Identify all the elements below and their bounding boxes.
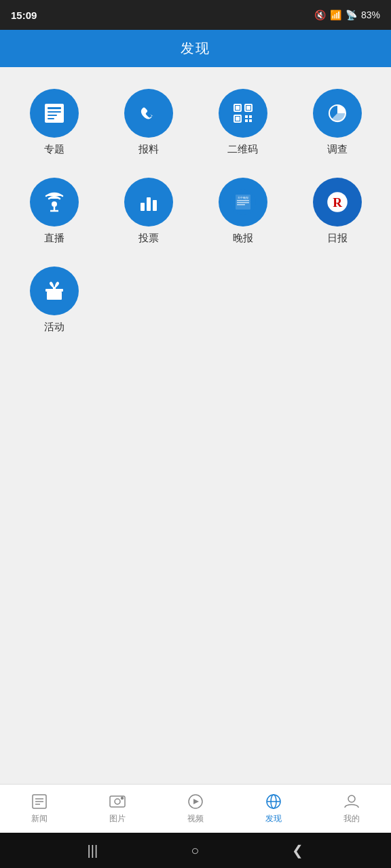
recent-apps-button[interactable]: ||| <box>88 843 98 859</box>
mute-icon: 🔇 <box>314 9 326 20</box>
phone-icon <box>136 100 162 126</box>
battery-icon: 83% <box>361 9 380 20</box>
svg-rect-13 <box>245 119 248 122</box>
grid-item-zhuanti[interactable]: 专题 <box>7 81 101 170</box>
svg-rect-12 <box>249 115 252 118</box>
pie-icon <box>324 100 350 126</box>
ribao-svg: R <box>324 189 350 215</box>
svg-point-46 <box>348 795 355 802</box>
svg-text:天中晚报: 天中晚报 <box>238 196 248 199</box>
grid-item-baoliao[interactable]: 报料 <box>101 81 196 170</box>
newspaper-icon <box>41 100 67 126</box>
ribao-icon-circle: R <box>313 178 362 226</box>
wifi-icon: 📶 <box>330 9 341 20</box>
svg-rect-11 <box>245 115 248 118</box>
svg-rect-6 <box>236 106 240 110</box>
video-nav-icon <box>187 793 204 810</box>
nav-item-discover[interactable]: 发现 <box>235 785 313 833</box>
zhuanti-icon-circle <box>30 89 79 138</box>
svg-rect-14 <box>249 119 252 122</box>
status-time: 15:09 <box>11 9 37 21</box>
news-nav-icon <box>31 793 48 810</box>
svg-point-39 <box>115 799 120 804</box>
zhibao-label: 直播 <box>44 232 64 245</box>
svg-rect-19 <box>141 203 145 211</box>
grid-item-diaocha[interactable]: 调查 <box>290 81 384 170</box>
gift-icon <box>41 278 67 304</box>
photo-nav-icon <box>109 793 126 810</box>
status-icons: 🔇 📶 📡 83% <box>314 9 380 20</box>
svg-text:R: R <box>333 195 342 210</box>
grid-item-qrcode[interactable]: 二维码 <box>196 81 290 170</box>
svg-marker-42 <box>193 799 199 804</box>
svg-rect-1 <box>48 107 61 109</box>
nav-item-video[interactable]: 视频 <box>156 785 234 833</box>
app-header: 发现 <box>0 30 391 67</box>
svg-rect-4 <box>48 118 54 119</box>
qrcode-label: 二维码 <box>227 143 258 156</box>
bottom-nav: 新闻 图片 视频 发现 我的 <box>0 784 391 833</box>
signal-icon: 📡 <box>346 9 357 20</box>
baoliao-icon-circle <box>124 89 173 138</box>
qrcode-icon <box>230 100 256 126</box>
qrcode-icon-circle <box>219 89 267 138</box>
system-nav-bar: ||| ○ ❮ <box>0 833 391 868</box>
wanbao-label: 晚报 <box>233 232 253 245</box>
news-nav-label: 新闻 <box>31 813 48 825</box>
huodong-icon-circle <box>30 267 79 315</box>
user-nav-icon <box>343 793 360 810</box>
zhuanti-label: 专题 <box>44 143 64 156</box>
mine-nav-label: 我的 <box>343 813 360 825</box>
svg-rect-26 <box>237 202 249 203</box>
svg-rect-2 <box>48 111 61 113</box>
svg-rect-21 <box>153 200 157 211</box>
nav-item-news[interactable]: 新闻 <box>0 785 78 833</box>
grid-item-toupiao[interactable]: 投票 <box>101 170 196 258</box>
svg-rect-25 <box>237 200 249 201</box>
baoliao-label: 报料 <box>138 143 159 156</box>
back-button[interactable]: ❮ <box>292 842 303 859</box>
nav-item-mine[interactable]: 我的 <box>313 785 391 833</box>
svg-rect-27 <box>237 204 245 205</box>
ribao-label: 日报 <box>327 232 348 245</box>
wanbao-svg: 天中晚报 <box>230 189 256 215</box>
photo-nav-label: 图片 <box>109 813 126 825</box>
svg-point-40 <box>121 797 123 800</box>
discover-nav-icon <box>265 793 282 810</box>
header-title: 发现 <box>181 41 210 56</box>
video-nav-label: 视频 <box>187 813 204 825</box>
barchart-icon <box>136 189 162 215</box>
toupiao-label: 投票 <box>138 232 159 245</box>
zhibao-icon-circle <box>30 178 79 226</box>
huodong-label: 活动 <box>44 321 64 334</box>
broadcast-icon <box>41 189 67 215</box>
wanbao-icon-circle: 天中晚报 <box>219 178 267 226</box>
grid-item-huodong[interactable]: 活动 <box>7 258 101 347</box>
svg-rect-33 <box>53 287 56 300</box>
home-button[interactable]: ○ <box>191 843 199 859</box>
wanbao-inner: 天中晚报 <box>230 189 256 215</box>
grid-item-zhibao[interactable]: 直播 <box>7 170 101 258</box>
svg-rect-8 <box>246 106 250 110</box>
svg-rect-20 <box>147 197 151 211</box>
grid-item-ribao[interactable]: R 日报 <box>290 170 384 258</box>
main-content: 专题 报料 <box>0 67 391 784</box>
diaocha-label: 调查 <box>327 143 348 156</box>
svg-point-16 <box>52 201 57 207</box>
status-bar: 15:09 🔇 📶 📡 83% <box>0 0 391 30</box>
nav-item-photo[interactable]: 图片 <box>78 785 156 833</box>
svg-rect-0 <box>45 104 64 123</box>
svg-rect-3 <box>48 115 57 116</box>
svg-rect-10 <box>236 117 240 121</box>
discover-nav-label: 发现 <box>265 813 282 825</box>
feature-grid: 专题 报料 <box>7 81 384 347</box>
grid-item-wanbao[interactable]: 天中晚报 晚报 <box>196 170 290 258</box>
diaocha-icon-circle <box>313 89 362 138</box>
toupiao-icon-circle <box>124 178 173 226</box>
